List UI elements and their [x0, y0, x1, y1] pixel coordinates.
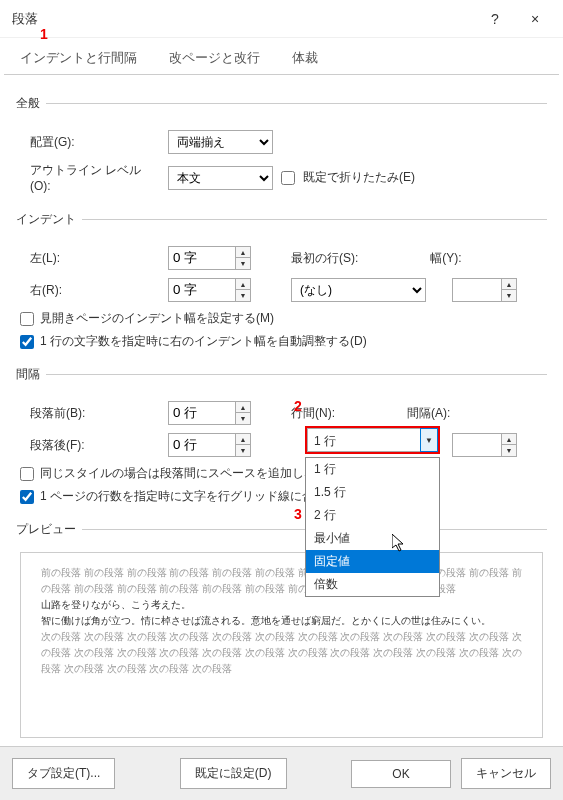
help-button[interactable]: ?	[475, 4, 515, 34]
tab-asian-typography[interactable]: 体裁	[276, 42, 334, 74]
dialog-content: 全般 配置(G): 両端揃え アウトライン レベル(O): 本文 既定で折りたた…	[0, 75, 563, 738]
group-spacing: 間隔 段落前(B): ▲▼ 行間(N): 間隔(A): 段落後(F): ▲▼ ▲	[16, 366, 547, 511]
no-space-same-style-label: 同じスタイルの場合は段落間にスペースを追加しない	[40, 465, 328, 482]
collapse-default-label: 既定で折りたたみ(E)	[303, 169, 415, 186]
tab-stops-button[interactable]: タブ設定(T)...	[12, 758, 115, 789]
dialog-title: 段落	[12, 10, 38, 28]
group-indent: インデント 左(L): ▲▼ 最初の行(S): 幅(Y): 右(R): ▲▼ (…	[16, 211, 547, 356]
spin-up-icon[interactable]: ▲	[236, 279, 250, 290]
spin-up-icon[interactable]: ▲	[236, 402, 250, 413]
group-preview-legend: プレビュー	[16, 521, 82, 538]
dropdown-option-exact[interactable]: 固定値	[306, 550, 439, 573]
spin-down-icon[interactable]: ▼	[236, 258, 250, 269]
dropdown-option-1[interactable]: 1 行	[306, 458, 439, 481]
cancel-button[interactable]: キャンセル	[461, 758, 551, 789]
mirror-indent-checkbox[interactable]	[20, 312, 34, 326]
indent-right-label: 右(R):	[30, 282, 160, 299]
dialog-footer: タブ設定(T)... 既定に設定(D) OK キャンセル	[0, 746, 563, 800]
group-preview: プレビュー 前の段落 前の段落 前の段落 前の段落 前の段落 前の段落 前の段落…	[16, 521, 547, 738]
dropdown-option-2[interactable]: 2 行	[306, 504, 439, 527]
ok-button[interactable]: OK	[351, 760, 451, 788]
dropdown-option-1-5[interactable]: 1.5 行	[306, 481, 439, 504]
chevron-down-icon[interactable]: ▼	[420, 428, 438, 452]
tab-page-breaks[interactable]: 改ページと改行	[153, 42, 276, 74]
spin-up-icon[interactable]: ▲	[236, 247, 250, 258]
dropdown-option-minimum[interactable]: 最小値	[306, 527, 439, 550]
group-spacing-legend: 間隔	[16, 366, 46, 383]
indent-width-input[interactable]	[452, 278, 502, 302]
spin-down-icon[interactable]: ▼	[236, 445, 250, 456]
close-button[interactable]: ×	[515, 4, 555, 34]
firstline-select[interactable]: (なし)	[291, 278, 426, 302]
snap-grid-checkbox[interactable]	[20, 490, 34, 504]
space-before-input[interactable]	[168, 401, 236, 425]
annotation-3: 3	[294, 506, 302, 522]
outline-level-label: アウトライン レベル(O):	[30, 162, 160, 193]
indent-right-input[interactable]	[168, 278, 236, 302]
indent-left-label: 左(L):	[30, 250, 160, 267]
line-spacing-dropdown: 1 行 1.5 行 2 行 最小値 固定値 倍数	[305, 457, 440, 597]
titlebar: 段落 ? ×	[0, 0, 563, 38]
space-before-label: 段落前(B):	[30, 405, 160, 422]
spacing-at-input[interactable]	[452, 433, 502, 457]
group-general-legend: 全般	[16, 95, 46, 112]
preview-next-paragraphs: 次の段落 次の段落 次の段落 次の段落 次の段落 次の段落 次の段落 次の段落 …	[41, 629, 522, 677]
no-space-same-style-checkbox[interactable]	[20, 467, 34, 481]
spin-up-icon[interactable]: ▲	[502, 279, 516, 290]
collapse-default-checkbox[interactable]	[281, 171, 295, 185]
group-general: 全般 配置(G): 両端揃え アウトライン レベル(O): 本文 既定で折りたた…	[16, 95, 547, 201]
spin-down-icon[interactable]: ▼	[502, 445, 516, 456]
preview-prev-paragraphs: 前の段落 前の段落 前の段落 前の段落 前の段落 前の段落 前の段落 前の段落 …	[41, 565, 522, 597]
tab-indent-spacing[interactable]: インデントと行間隔	[4, 42, 153, 74]
alignment-label: 配置(G):	[30, 134, 160, 151]
space-after-input[interactable]	[168, 433, 236, 457]
annotation-2: 2	[294, 398, 302, 414]
spacing-at-label: 間隔(A):	[407, 405, 450, 422]
tab-strip: インデントと行間隔 改ページと改行 体裁	[4, 42, 559, 75]
spin-up-icon[interactable]: ▲	[236, 434, 250, 445]
mirror-indent-label: 見開きページのインデント幅を設定する(M)	[40, 310, 274, 327]
space-after-label: 段落後(F):	[30, 437, 160, 454]
preview-sample-line2: 智に働けば角が立つ。情に棹させば流される。意地を通せば窮屈だ。とかくに人の世は住…	[41, 613, 522, 629]
window-controls: ? ×	[475, 4, 555, 34]
snap-grid-label: 1 ページの行数を指定時に文字を行グリッド線に合わせる	[40, 488, 350, 505]
auto-adjust-indent-checkbox[interactable]	[20, 335, 34, 349]
spin-down-icon[interactable]: ▼	[502, 290, 516, 301]
firstline-label: 最初の行(S):	[291, 250, 358, 267]
spin-up-icon[interactable]: ▲	[502, 434, 516, 445]
outline-level-select[interactable]: 本文	[168, 166, 273, 190]
group-indent-legend: インデント	[16, 211, 82, 228]
alignment-select[interactable]: 両端揃え	[168, 130, 273, 154]
spin-down-icon[interactable]: ▼	[236, 290, 250, 301]
set-default-button[interactable]: 既定に設定(D)	[180, 758, 287, 789]
spin-down-icon[interactable]: ▼	[236, 413, 250, 424]
dropdown-option-multiple[interactable]: 倍数	[306, 573, 439, 596]
line-spacing-select[interactable]: 1 行 ▼	[305, 426, 440, 454]
indent-left-input[interactable]	[168, 246, 236, 270]
preview-sample-line1: 山路を登りながら、こう考えた。	[41, 597, 522, 613]
annotation-1: 1	[40, 26, 48, 42]
auto-adjust-indent-label: 1 行の文字数を指定時に右のインデント幅を自動調整する(D)	[40, 333, 367, 350]
line-spacing-value: 1 行	[307, 428, 420, 452]
indent-width-label: 幅(Y):	[430, 250, 461, 267]
preview-box: 前の段落 前の段落 前の段落 前の段落 前の段落 前の段落 前の段落 前の段落 …	[20, 552, 543, 738]
